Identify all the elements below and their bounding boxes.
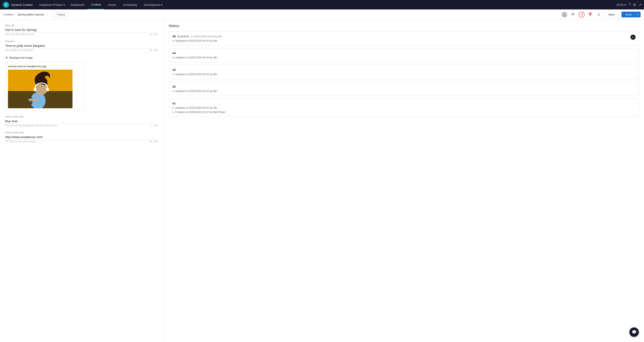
- history-detail-v4-0: Updated on 02/01/2024 04:44 by Me: [172, 56, 635, 59]
- history-item-v2[interactable]: v2 Updated on 02/01/2024 04:42 by Me: [169, 82, 639, 96]
- cta-text-count: 7 / 256: [151, 124, 158, 127]
- schedule-icon[interactable]: 📅: [587, 11, 593, 18]
- breadcrumb-pipe: |: [47, 13, 48, 16]
- dev-chevron-icon: ▾: [161, 3, 162, 6]
- history-detail-v2-0: Updated on 02/01/2024 04:42 by Me: [172, 90, 635, 93]
- background-image-header[interactable]: ▼ Background image: [5, 56, 158, 59]
- svg-point-3: [563, 15, 566, 16]
- nav-development[interactable]: Development ▾: [140, 0, 166, 9]
- history-icon[interactable]: ↺: [578, 11, 585, 18]
- cta-text-label: Call to action text: [5, 115, 158, 118]
- settings-icon[interactable]: ⚙: [633, 3, 636, 7]
- breadcrumb-separator: /: [15, 13, 16, 16]
- nav-scheduling[interactable]: Scheduling: [120, 0, 140, 9]
- cta-text-meta: The text you want displayed with the cal…: [5, 124, 158, 127]
- preview-icon[interactable]: 👁: [570, 11, 576, 18]
- save-button[interactable]: Save: [622, 11, 636, 17]
- nav-content[interactable]: Content: [88, 0, 104, 9]
- nav-assets[interactable]: Assets: [104, 0, 120, 9]
- version-label-v5: (current): [178, 35, 189, 38]
- history-item-v5[interactable]: v5 (current) on 02/01/2024 04:44 by Me U…: [169, 31, 639, 45]
- breadcrumb-bar: Content / Spring edition banner | + Stat…: [0, 9, 644, 20]
- version-id-v5: v5: [172, 35, 176, 38]
- image-card: woman-phone-headphones.jpg: [5, 62, 85, 111]
- breadcrumb-current: Spring edition banner: [18, 13, 44, 16]
- nav-items: Dashboard Content Assets Scheduling Deve…: [67, 0, 617, 9]
- cta-url-hint: The URL for the call to action: [5, 140, 36, 143]
- cta-text-section: Call to action text Buy now The text you…: [5, 115, 158, 127]
- main-title-count: 23 / 256: [150, 33, 158, 36]
- clock-display: 04:45 ▾: [617, 3, 626, 6]
- history-detail-v1-1: Created on 24/06/2020 10:22 by Matt Rowe: [172, 111, 635, 114]
- right-tools: 04:45 ▾ ? ⚙ ↗: [617, 3, 642, 7]
- history-detail-text: Created on 24/06/2020 10:22 by Matt Rowe: [175, 111, 225, 114]
- version-meta-v5: on 02/01/2024 04:44 by Me: [190, 35, 222, 38]
- profile-icon[interactable]: ↗: [638, 3, 642, 7]
- cta-url-meta: The URL for the call to action 24 / 256: [5, 140, 158, 143]
- breadcrumb-root[interactable]: Content: [4, 13, 13, 16]
- image-preview: [8, 70, 72, 108]
- main-title-meta: The main title of this banner 23 / 256: [5, 33, 158, 36]
- history-detail-text: Updated on 02/01/2024 04:42 by Me: [175, 73, 217, 76]
- product-selector[interactable]: Amplience Product ▾: [37, 0, 67, 9]
- amplience-logo-icon: A: [2, 1, 10, 8]
- time-chevron-icon: ▾: [624, 3, 626, 6]
- help-icon[interactable]: ?: [628, 3, 630, 7]
- current-check-icon: ✓: [630, 35, 636, 40]
- back-button[interactable]: Back: [604, 11, 619, 18]
- nav-dashboard[interactable]: Dashboard: [67, 0, 88, 9]
- chat-bubble[interactable]: 💬: [629, 327, 639, 337]
- main-title-hint: The main title of this banner: [5, 33, 34, 35]
- cta-url-label: Call to action URL: [5, 131, 158, 134]
- cta-url-count: 24 / 256: [150, 140, 158, 143]
- bullet-icon: [172, 107, 174, 109]
- status-button[interactable]: + Status: [52, 12, 68, 17]
- strapline-section: Strapline Time to grab some bargains The…: [5, 40, 158, 52]
- breadcrumb-toolbar: 👁 ↺ 📅 ℹ Back Save ▾: [562, 11, 640, 18]
- version-id-v1: v1: [172, 102, 176, 105]
- cta-text-value[interactable]: Buy now: [5, 119, 158, 124]
- version-id-v4: v4: [172, 51, 176, 55]
- collapse-icon: ▼: [5, 56, 8, 59]
- app-title: Dynamic Content: [11, 3, 33, 6]
- history-detail-v3-0: Updated on 02/01/2024 04:42 by Me: [172, 73, 635, 76]
- save-dropdown-button[interactable]: ▾: [636, 11, 640, 17]
- main-layout: Main title Get in tune for Spring! The m…: [0, 20, 644, 342]
- history-detail-v5-0: Updated on 02/01/2024 04:44 by Me: [172, 39, 635, 42]
- history-detail-text: Updated on 02/01/2024 04:44 by Me: [175, 56, 217, 59]
- image-filename: woman-phone-headphones.jpg: [8, 65, 82, 68]
- history-item-v4[interactable]: v4 Updated on 02/01/2024 04:44 by Me: [169, 48, 639, 62]
- history-item-v3[interactable]: v3 Updated on 02/01/2024 04:42 by Me: [169, 65, 639, 79]
- cta-url-value[interactable]: http://www.amplience.com: [5, 135, 158, 140]
- background-image-label: Background image: [10, 56, 33, 59]
- svg-text:A: A: [5, 3, 7, 6]
- top-navigation: A Dynamic Content Amplience Product ▾ Da…: [0, 0, 644, 9]
- svg-rect-8: [34, 88, 36, 91]
- product-name: Amplience Product: [39, 3, 62, 6]
- bullet-icon: [172, 57, 174, 58]
- version-id-v3: v3: [172, 68, 176, 72]
- main-title-value[interactable]: Get in tune for Spring!: [5, 28, 158, 33]
- cta-url-section: Call to action URL http://www.amplience.…: [5, 131, 158, 143]
- bullet-icon: [172, 40, 174, 42]
- main-title-label: Main title: [5, 24, 158, 27]
- info-icon[interactable]: ℹ: [596, 11, 602, 18]
- history-item-v1[interactable]: v1 Updated on 02/01/2024 04:22 by Me Cre…: [169, 98, 639, 117]
- history-detail-v1-0: Updated on 02/01/2024 04:22 by Me: [172, 106, 635, 109]
- avatar: [562, 11, 568, 18]
- svg-point-2: [564, 13, 565, 15]
- history-title: History: [169, 24, 639, 28]
- strapline-value[interactable]: Time to grab some bargains: [5, 44, 158, 48]
- bullet-icon: [172, 90, 174, 92]
- chat-icon: 💬: [632, 330, 636, 335]
- version-id-v2: v2: [172, 85, 176, 88]
- bullet-icon: [172, 74, 174, 75]
- save-group: Save ▾: [622, 11, 640, 17]
- strapline-label: Strapline: [5, 40, 158, 42]
- svg-rect-9: [46, 88, 49, 91]
- product-chevron-icon: ▾: [64, 3, 65, 6]
- main-title-section: Main title Get in tune for Spring! The m…: [5, 24, 158, 36]
- strapline-meta: The subtitle for this banner 26 / 256: [5, 48, 158, 52]
- history-detail-text: Updated on 02/01/2024 04:42 by Me: [175, 90, 217, 93]
- strapline-hint: The subtitle for this banner: [5, 49, 33, 51]
